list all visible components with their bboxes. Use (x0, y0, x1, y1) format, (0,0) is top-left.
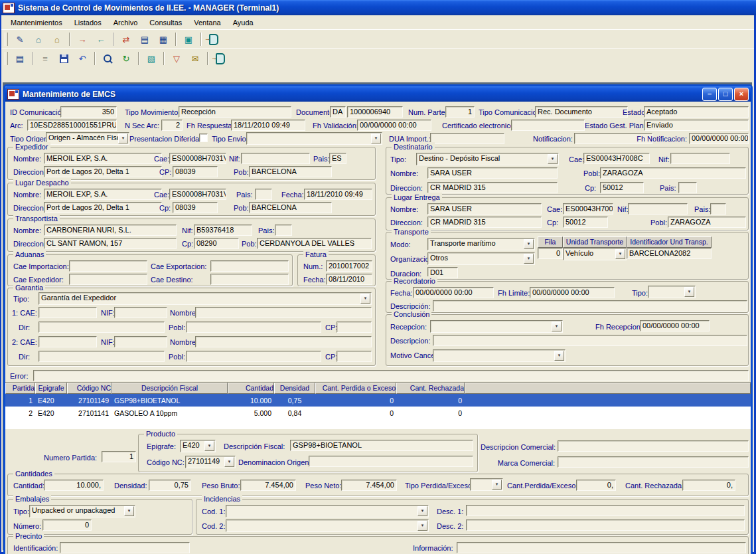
menu-ayuda[interactable]: Ayuda (228, 17, 259, 28)
arc-field[interactable]: 10ESD288510001551PRU0 (27, 120, 117, 131)
certificado-field[interactable] (511, 120, 585, 131)
menu-ventana[interactable]: Ventana (189, 17, 226, 28)
table-row[interactable]: 2 E420 27101141 GASOLEO A 10ppm 5.000 0,… (5, 407, 751, 419)
embalajes-tipo-select[interactable]: Unpacked or unpackaged (29, 505, 135, 517)
garantia2-pobl-field[interactable] (186, 351, 321, 362)
expedidor-nombre-field[interactable]: MEROIL EXP, S.A. (44, 153, 162, 164)
desc2-field[interactable] (466, 519, 745, 531)
menu-consultas[interactable]: Consultas (144, 17, 187, 28)
transportista-nombre-field[interactable]: CARBONERIA NURI, S.L. (44, 225, 177, 236)
fatura-fecha-field[interactable]: 08/11/2010 (326, 274, 372, 285)
nsec-arc-field[interactable]: 2 (161, 120, 183, 131)
recordatorio-fh-limite-field[interactable]: 00/00/0000 00:00 (530, 287, 615, 298)
descripcion-comercial-field[interactable] (558, 440, 749, 452)
descripcion-fiscal-field[interactable]: GSP98+BIOETANOL (290, 440, 473, 451)
marca-comercial-field[interactable] (558, 456, 749, 468)
transportista-nif-field[interactable]: B59376418 (194, 225, 252, 236)
garantia1-cp-field[interactable] (337, 322, 372, 333)
undo-button[interactable]: ↶ (74, 50, 91, 66)
col-cant-perdida[interactable]: Cant. Perdida o Exceso (315, 383, 396, 394)
fh-notificacion-field[interactable]: 00/00/0000 00:00 (689, 133, 749, 144)
entry-movement-button[interactable]: → (74, 31, 91, 47)
exit-movement-button[interactable]: ← (92, 31, 110, 47)
garantia-tipo-select[interactable]: Garantía del Expedidor (38, 292, 372, 305)
despacho-cae-field[interactable]: ES00008H7031V (169, 189, 226, 200)
destinatario-cae-field[interactable]: ES00043H7008C (583, 153, 650, 164)
entrega-cae-field[interactable]: ES00043H7008C (563, 203, 613, 215)
despacho-direccion-field[interactable]: Port de Lagos 20, Delta 1 (44, 202, 162, 213)
destinatario-pais-field[interactable] (678, 182, 697, 193)
dua-import-field[interactable] (430, 133, 504, 144)
expedidor-pais-field[interactable]: ES (329, 153, 346, 164)
garantia1-pobl-field[interactable] (186, 322, 321, 333)
destinatario-direccion-field[interactable]: CR MADRID 315 (427, 182, 558, 193)
tipo-envio-select[interactable] (246, 132, 382, 145)
transporte-unidad-select[interactable]: Vehículo (563, 248, 627, 260)
cantidad-field[interactable]: 10.000, (44, 480, 104, 491)
cod2-select[interactable] (226, 519, 429, 532)
col-codigo-nc[interactable]: Código NC (67, 383, 112, 394)
exit-app-button[interactable] (205, 31, 222, 47)
emcs-list-button[interactable]: ▤ (136, 31, 153, 47)
col-partida[interactable]: Partida (5, 383, 35, 394)
form-properties-button[interactable]: ✎ (11, 31, 29, 47)
transporte-col-unidad-header[interactable]: Unidad Transporte (563, 236, 627, 248)
expedidor-direccion-field[interactable]: Port de Lagos 20, Delta 1 (44, 166, 162, 177)
col-densidad[interactable]: Densidad (274, 383, 315, 394)
maximize-button[interactable]: □ (718, 88, 733, 101)
emcs-doc-button[interactable]: ▤ (11, 50, 29, 66)
entrega-direccion-field[interactable]: CR MADRID 315 (427, 217, 542, 228)
destinatario-tipo-select[interactable]: Destino - Depósito Fiscal (416, 153, 559, 165)
motivo-cancel-select[interactable] (433, 349, 566, 362)
refresh-button[interactable]: ↻ (117, 50, 135, 66)
destinatario-nombre-field[interactable]: SARA USER (427, 167, 558, 179)
embalajes-numero-field[interactable]: 0 (42, 519, 92, 531)
transfer-button[interactable]: ⇄ (117, 31, 135, 47)
transporte-fila-field[interactable]: 0 (538, 248, 563, 259)
tipo-perdida-exceso-select[interactable] (470, 478, 503, 491)
despacho-nombre-field[interactable]: MEROIL EXP, S.A. (44, 189, 162, 200)
epigrafe-select[interactable]: E420 (180, 440, 216, 452)
col-epigrafe[interactable]: Epigrafe (35, 383, 67, 394)
recordatorio-fecha-field[interactable]: 00/00/0000 00:00 (413, 287, 494, 298)
garantia2-dir-field[interactable] (38, 351, 165, 362)
cae-exportacion-field[interactable] (210, 260, 289, 272)
id-comunicacion-field[interactable]: 350 (60, 106, 117, 118)
expedidor-cae-field[interactable]: ES00008H7031V (169, 153, 226, 164)
send-button[interactable]: ✉ (187, 50, 204, 66)
col-descripcion-fiscal[interactable]: Descripción Fiscal (112, 383, 228, 394)
hierarchy-button[interactable]: ≡ (37, 50, 54, 66)
destinatario-cp-field[interactable]: 50012 (600, 182, 644, 193)
table-row[interactable]: 1 E420 27101149 GSP98+BIOETANOL 10.000 0… (5, 394, 751, 407)
destinatario-nif-field[interactable] (670, 153, 730, 164)
garantia2-nombre-field[interactable] (195, 336, 372, 347)
cod1-select[interactable] (226, 505, 429, 517)
error-field[interactable] (33, 370, 749, 381)
col-cantidad[interactable]: Cantidad (228, 383, 274, 394)
entrega-cp-field[interactable]: 50012 (563, 217, 608, 228)
garantia1-nif-field[interactable] (114, 307, 167, 318)
estado-gest-planta-field[interactable]: Enviado (644, 120, 749, 131)
menu-archivo[interactable]: Archivo (108, 17, 143, 28)
expedidor-cp-field[interactable]: 08039 (173, 166, 218, 177)
cant-rechazada-field[interactable]: 0, (682, 480, 735, 491)
estado-field[interactable]: Aceptado (644, 106, 749, 118)
densidad-field[interactable]: 0,75 (149, 480, 191, 491)
cae-destino-field[interactable] (210, 274, 289, 285)
destinatario-pobl-field[interactable]: ZARAGOZA (600, 167, 746, 179)
peso-bruto-field[interactable]: 7.454,00 (240, 480, 296, 491)
codigo-nc-select[interactable]: 27101149 (185, 456, 236, 468)
conclusion-recepcion-select[interactable] (430, 320, 563, 333)
garantia1-nombre-field[interactable] (195, 307, 372, 318)
despacho-cp-field[interactable]: 08039 (173, 202, 218, 213)
recordatorio-tipo-select[interactable] (648, 286, 696, 298)
warehouse-button[interactable]: ⌂ (48, 31, 66, 47)
tipo-movimiento-field[interactable]: Recepción (179, 106, 291, 118)
entrega-nif-field[interactable] (628, 203, 688, 215)
col-cant-rechazada[interactable]: Cant. Rechazada (396, 383, 465, 394)
exit-window-button[interactable] (212, 50, 229, 66)
save-button[interactable] (55, 50, 72, 66)
garantia2-nif-field[interactable] (114, 336, 167, 347)
garantia2-cae-field[interactable] (38, 336, 97, 347)
transportista-pob-field[interactable]: CERDANYOLA DEL VALLES (257, 238, 372, 249)
